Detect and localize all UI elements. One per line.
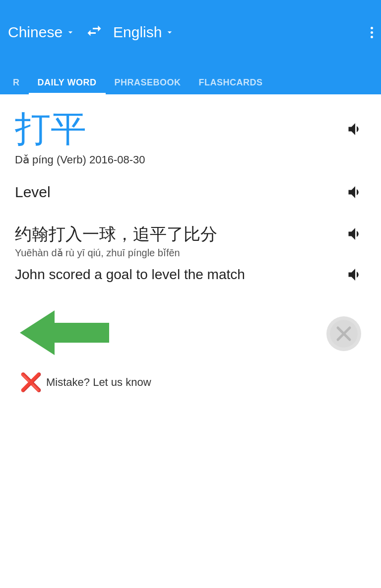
example-english-speaker-icon <box>346 266 364 284</box>
example-english-row: John scored a goal to level the match <box>15 264 366 286</box>
target-language-label: English <box>113 24 162 41</box>
word-row: 打平 <box>15 109 366 148</box>
main-content: 打平 Dǎ píng (Verb) 2016-08-30 Level 约翰打入一… <box>0 94 381 403</box>
dot2 <box>371 31 373 34</box>
example-chinese-row: 约翰打入一球，追平了比分 <box>15 223 366 245</box>
example-chinese-audio-button[interactable] <box>344 223 366 245</box>
tab-bar: R DAILY WORD PHRASEBOOK FLASHCARDS <box>0 65 381 94</box>
translation-audio-button[interactable] <box>344 181 366 203</box>
example-chinese-speaker-icon <box>346 225 364 243</box>
example-english: John scored a goal to level the match <box>15 267 344 283</box>
source-language-label: Chinese <box>8 24 63 41</box>
tab-phrasebook[interactable]: PHRASEBOOK <box>106 73 190 94</box>
mistake-label: Mistake? Let us know <box>46 376 151 389</box>
translation-row: Level <box>15 181 366 203</box>
svg-marker-0 <box>20 310 109 355</box>
tab-daily-word[interactable]: DAILY WORD <box>29 73 106 94</box>
word-audio-button[interactable] <box>344 118 366 140</box>
bottom-actions <box>15 310 366 357</box>
swap-icon <box>85 22 103 40</box>
mistake-row[interactable]: ❌ Mistake? Let us know <box>15 372 366 393</box>
share-circle <box>326 316 361 351</box>
tab-flashcards[interactable]: FLASHCARDS <box>190 73 272 94</box>
app-header: Chinese English <box>0 0 381 65</box>
share-button[interactable] <box>326 316 361 351</box>
example-chinese: 约翰打入一球，追平了比分 <box>15 223 344 245</box>
back-button[interactable] <box>20 310 109 357</box>
translation-speaker-icon <box>346 183 364 201</box>
dot1 <box>371 27 373 29</box>
speaker-icon <box>346 120 364 138</box>
example-english-audio-button[interactable] <box>344 264 366 286</box>
tab-r[interactable]: R <box>4 73 29 94</box>
target-language-selector[interactable]: English <box>113 24 175 41</box>
mistake-x-icon: ❌ <box>20 372 42 393</box>
example-pinyin: Yuēhàn dǎ rù yī qiú, zhuī píngle bǐfēn <box>15 247 366 259</box>
target-lang-dropdown-icon <box>165 27 175 37</box>
back-arrow-icon <box>20 310 109 355</box>
word-meta: Dǎ píng (Verb) 2016-08-30 <box>15 153 366 166</box>
close-circle-icon <box>329 319 359 349</box>
dot3 <box>371 36 373 38</box>
word-translation: Level <box>15 184 51 201</box>
swap-languages-button[interactable] <box>85 22 103 43</box>
more-options-button[interactable] <box>371 27 373 38</box>
example-section: 约翰打入一球，追平了比分 Yuēhàn dǎ rù yī qiú, zhuī p… <box>15 223 366 286</box>
source-language-selector[interactable]: Chinese <box>8 24 75 41</box>
chinese-word: 打平 <box>15 109 86 148</box>
source-lang-dropdown-icon <box>65 27 75 37</box>
